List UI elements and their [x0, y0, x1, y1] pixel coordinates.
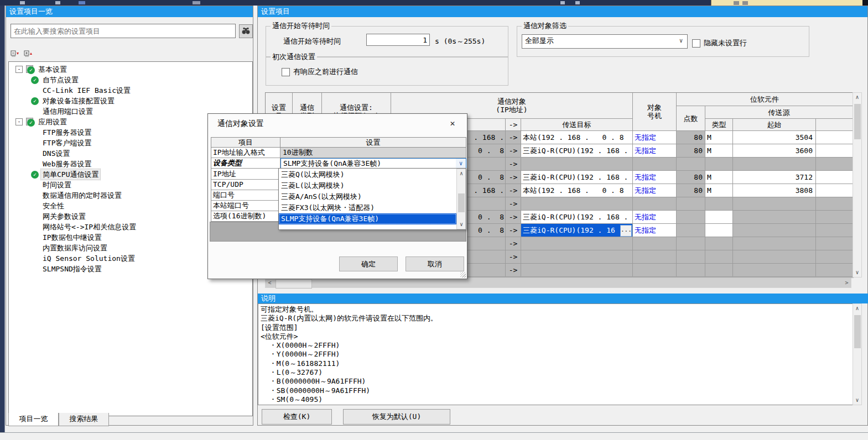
- transfer-target-cell[interactable]: 本站(192 . 168 . 0 . 8: [521, 184, 633, 197]
- tree-item-自节点设置[interactable]: ✓自节点设置: [9, 75, 252, 85]
- filter-select[interactable]: 全部显示 ∨: [522, 34, 688, 49]
- type-cell[interactable]: M: [705, 171, 733, 184]
- scroll-down-icon[interactable]: ∨: [853, 268, 861, 277]
- target-unit-cell[interactable]: [633, 237, 677, 250]
- points-cell[interactable]: 80: [677, 131, 705, 144]
- start-cell[interactable]: [733, 211, 816, 224]
- tab-item-list[interactable]: 项目一览: [8, 413, 59, 426]
- type-cell[interactable]: [705, 211, 733, 224]
- scroll-up-icon[interactable]: ∧: [853, 304, 861, 313]
- check-button[interactable]: 检查(K): [262, 409, 332, 425]
- points-cell[interactable]: [677, 264, 705, 277]
- target-unit-cell[interactable]: 无指定: [633, 184, 677, 197]
- target-unit-cell[interactable]: [633, 158, 677, 171]
- scroll-left-icon[interactable]: <: [266, 279, 274, 287]
- transfer-target-cell[interactable]: [521, 197, 633, 211]
- target-unit-cell[interactable]: 无指定: [633, 224, 677, 237]
- device-type-combobox[interactable]: SLMP支持设备(QnA兼容3E帧)∨: [280, 158, 466, 169]
- respond-before-comm-checkbox[interactable]: [282, 68, 290, 76]
- hide-unset-rows-checkbox[interactable]: [692, 39, 700, 48]
- tab-search-results[interactable]: 搜索结果: [59, 413, 109, 426]
- target-unit-cell[interactable]: 无指定: [633, 144, 677, 158]
- points-cell[interactable]: 80: [677, 171, 705, 184]
- target-unit-cell[interactable]: [633, 250, 677, 264]
- tree-item-对象设备连接配置设置[interactable]: ✓对象设备连接配置设置: [9, 96, 252, 106]
- dialog-property-row[interactable]: IP地址输入格式10进制数: [211, 148, 466, 158]
- start-cell[interactable]: [733, 224, 816, 237]
- type-cell[interactable]: [705, 237, 733, 250]
- dropdown-option[interactable]: 三菱A/AnS(以太网模块): [279, 191, 456, 202]
- type-cell[interactable]: [705, 158, 733, 171]
- points-cell[interactable]: [677, 158, 705, 171]
- scrollbar-thumb[interactable]: [458, 193, 465, 212]
- type-cell[interactable]: M: [705, 131, 733, 144]
- scroll-down-icon[interactable]: ∨: [853, 396, 861, 405]
- close-icon[interactable]: ✕: [446, 117, 459, 130]
- transfer-target-cell[interactable]: [521, 237, 633, 250]
- dropdown-scrollbar[interactable]: ∧ ∨: [456, 169, 466, 229]
- dropdown-option[interactable]: 三菱FX3(以太网块・适配器): [279, 202, 456, 213]
- transfer-target-cell[interactable]: [521, 250, 633, 264]
- type-cell[interactable]: [705, 264, 733, 277]
- type-cell[interactable]: M: [705, 144, 733, 158]
- points-cell[interactable]: [677, 211, 705, 224]
- type-cell[interactable]: M: [705, 184, 733, 197]
- restore-default-button[interactable]: 恢复为默认(U): [343, 409, 450, 425]
- points-cell[interactable]: 80: [677, 144, 705, 158]
- target-unit-cell[interactable]: [633, 264, 677, 277]
- transfer-target-cell[interactable]: [521, 264, 633, 277]
- table-horizontal-scrollbar[interactable]: < >: [265, 278, 851, 288]
- table-vertical-scrollbar[interactable]: ∧ ∨: [853, 92, 862, 277]
- resize-grip[interactable]: [460, 272, 466, 277]
- dialog-property-value[interactable]: 10进制数: [280, 148, 466, 158]
- tree-item-基本设置[interactable]: -✓基本设置: [9, 64, 252, 75]
- scroll-down-icon[interactable]: ∨: [457, 220, 466, 229]
- cancel-button[interactable]: 取消: [406, 256, 464, 271]
- target-unit-cell[interactable]: 无指定: [633, 211, 677, 224]
- start-cell[interactable]: 3504: [733, 131, 816, 144]
- start-cell[interactable]: 3600: [733, 144, 816, 158]
- ok-button[interactable]: 确定: [339, 256, 398, 271]
- transfer-target-cell[interactable]: [521, 158, 633, 171]
- target-unit-cell[interactable]: [633, 197, 677, 211]
- start-cell[interactable]: [733, 158, 816, 171]
- scrollbar-thumb[interactable]: [854, 104, 861, 139]
- target-unit-cell[interactable]: 无指定: [633, 131, 677, 144]
- start-cell[interactable]: [733, 197, 816, 211]
- points-cell[interactable]: 80: [677, 184, 705, 197]
- search-button[interactable]: [239, 24, 253, 38]
- scroll-up-icon[interactable]: ∧: [853, 93, 861, 102]
- start-cell[interactable]: 3712: [733, 171, 816, 184]
- description-scrollbar[interactable]: ∧ ∨: [853, 303, 862, 405]
- expander-icon[interactable]: -: [15, 66, 23, 73]
- type-cell[interactable]: [705, 224, 733, 237]
- search-input[interactable]: [11, 24, 236, 38]
- type-cell[interactable]: [705, 250, 733, 264]
- expand-all-icon[interactable]: [24, 50, 34, 59]
- dropdown-option[interactable]: SLMP支持设备(QnA兼容3E帧): [279, 213, 456, 224]
- dialog-property-row[interactable]: 设备类型SLMP支持设备(QnA兼容3E帧)∨: [211, 158, 466, 169]
- expander-icon[interactable]: -: [15, 118, 23, 125]
- target-unit-cell[interactable]: 无指定: [633, 171, 677, 184]
- wait-time-input[interactable]: [366, 34, 430, 46]
- points-cell[interactable]: [677, 237, 705, 250]
- scroll-right-icon[interactable]: >: [843, 279, 851, 287]
- transfer-target-cell[interactable]: 三菱iQ-R(CPU)(192 . 168 .: [521, 171, 633, 184]
- dropdown-option[interactable]: 三菱Q(以太网模块): [279, 169, 456, 180]
- scroll-up-icon[interactable]: ∧: [457, 169, 466, 178]
- start-cell[interactable]: [733, 250, 816, 264]
- type-cell[interactable]: [705, 197, 733, 211]
- transfer-target-cell[interactable]: 三菱iQ-R(CPU)(192 . 168 .: [521, 211, 633, 224]
- scrollbar-thumb[interactable]: [854, 315, 861, 348]
- start-cell[interactable]: 3808: [733, 184, 816, 197]
- transfer-target-cell[interactable]: 本站(192 . 168 . 0 . 8: [521, 131, 633, 144]
- transfer-target-cell[interactable]: 三菱iQ-R(CPU)(192 . 168 .: [521, 144, 633, 158]
- dropdown-option[interactable]: 三菱L(以太网模块): [279, 180, 456, 191]
- tree-item-CC-Link IEF Basic设置[interactable]: CC-Link IEF Basic设置: [9, 85, 252, 96]
- points-cell[interactable]: [677, 250, 705, 264]
- transfer-target-cell[interactable]: 三菱iQ-R(CPU)(192 . 16...: [521, 224, 633, 237]
- start-cell[interactable]: [733, 237, 816, 250]
- scrollbar-thumb[interactable]: [276, 279, 312, 289]
- start-cell[interactable]: [733, 264, 816, 277]
- points-cell[interactable]: [677, 224, 705, 237]
